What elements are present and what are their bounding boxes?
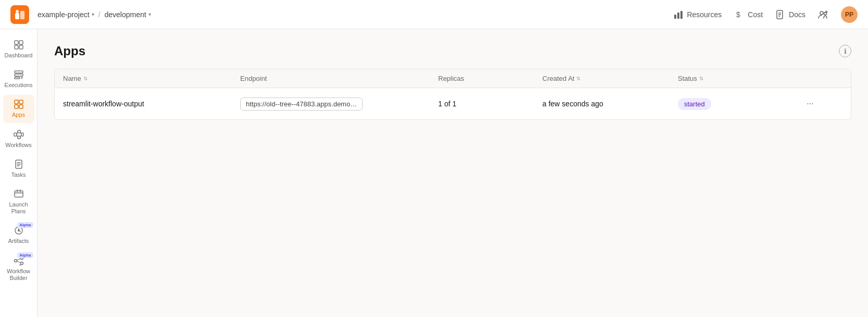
svg-rect-38 <box>15 191 23 197</box>
project-name: example-project <box>38 10 90 19</box>
sidebar-item-artifacts[interactable]: Alpha Artifacts <box>3 221 34 249</box>
page-header: Apps ℹ <box>54 44 851 58</box>
row-actions-button[interactable]: ··· <box>803 96 817 111</box>
svg-point-44 <box>14 259 17 262</box>
sidebar-item-executions[interactable]: Executions <box>3 65 34 93</box>
sidebar-item-dashboard[interactable]: Dashboard <box>3 35 34 63</box>
resources-label: Resources <box>687 10 722 19</box>
svg-rect-18 <box>19 45 23 49</box>
col-status-sort-icon[interactable]: ⇅ <box>699 76 703 81</box>
col-endpoint: Endpoint <box>240 75 438 82</box>
sidebar-item-apps[interactable]: Apps <box>3 95 34 123</box>
tasks-label: Tasks <box>11 172 26 178</box>
top-navigation: example-project ▾ / development ▾ Resour… <box>0 0 868 29</box>
workflow-builder-label: Workflow Builder <box>5 268 32 282</box>
sidebar-item-workflow-builder[interactable]: Alpha Workflow Builder <box>3 251 34 286</box>
manage-users-icon <box>818 9 828 20</box>
svg-rect-15 <box>15 41 18 44</box>
svg-rect-26 <box>14 133 17 136</box>
endpoint-pill[interactable]: https://old--tree--47883.apps.demo… <box>240 97 363 111</box>
cost-link[interactable]: $ Cost <box>734 9 763 20</box>
app-replicas: 1 of 1 <box>438 100 542 108</box>
col-created-at-label: Created At <box>542 75 574 82</box>
svg-rect-21 <box>15 77 20 79</box>
table-row: streamlit-workflow-output https://old--t… <box>55 88 851 119</box>
dashboard-label: Dashboard <box>5 52 33 59</box>
dollar-icon: $ <box>734 9 745 20</box>
user-avatar[interactable]: PP <box>841 6 858 23</box>
svg-rect-17 <box>15 45 18 49</box>
svg-rect-3 <box>674 15 676 19</box>
svg-rect-23 <box>19 100 23 104</box>
app-name[interactable]: streamlit-workflow-output <box>63 100 240 108</box>
svg-point-11 <box>820 11 823 15</box>
info-button[interactable]: ℹ <box>839 45 851 57</box>
svg-rect-4 <box>677 13 679 19</box>
col-created-at-sort-icon[interactable]: ⇅ <box>576 76 580 81</box>
workflow-builder-alpha-badge: Alpha <box>17 252 33 258</box>
svg-rect-28 <box>18 136 20 139</box>
svg-rect-27 <box>18 130 20 133</box>
col-replicas-label: Replicas <box>438 75 464 82</box>
body-layout: Dashboard Executions Apps <box>0 29 868 317</box>
svg-line-47 <box>17 259 20 260</box>
svg-point-2 <box>16 10 19 13</box>
sidebar: Dashboard Executions Apps <box>0 29 38 317</box>
main-content: Apps ℹ Name ⇅ Endpoint Replicas Created … <box>38 29 868 317</box>
docs-link[interactable]: Docs <box>775 9 805 20</box>
launch-plans-label: Launch Plans <box>5 201 32 215</box>
col-replicas: Replicas <box>438 75 542 82</box>
col-status: Status ⇅ <box>678 75 803 82</box>
col-name-sort-icon[interactable]: ⇅ <box>83 76 88 81</box>
environment-selector[interactable]: development ▾ <box>105 10 151 19</box>
manage-users-button[interactable] <box>818 9 828 20</box>
svg-line-50 <box>20 264 21 265</box>
svg-rect-16 <box>19 41 23 44</box>
resources-link[interactable]: Resources <box>673 9 722 20</box>
sidebar-item-launch-plans[interactable]: Launch Plans <box>3 185 34 219</box>
svg-line-48 <box>17 261 20 263</box>
environment-chevron-icon: ▾ <box>148 11 151 17</box>
sidebar-item-workflows[interactable]: Workflows <box>3 125 34 153</box>
status-badge: started <box>678 98 711 110</box>
svg-rect-29 <box>21 133 23 136</box>
artifacts-alpha-badge: Alpha <box>17 222 33 228</box>
workflows-icon <box>14 129 24 140</box>
breadcrumb-separator: / <box>98 10 101 19</box>
svg-rect-24 <box>15 105 18 108</box>
artifacts-label: Artifacts <box>8 238 29 245</box>
page-title: Apps <box>54 44 85 58</box>
environment-name: development <box>105 10 146 19</box>
svg-rect-5 <box>680 11 683 19</box>
app-endpoint: https://old--tree--47883.apps.demo… <box>240 97 438 111</box>
executions-icon <box>14 69 24 80</box>
svg-rect-1 <box>20 11 24 19</box>
topnav-right: Resources $ Cost Docs <box>673 6 858 23</box>
cost-label: Cost <box>748 10 763 19</box>
apps-label: Apps <box>12 112 25 118</box>
docs-label: Docs <box>789 10 805 19</box>
col-name-label: Name <box>63 75 81 82</box>
svg-rect-25 <box>19 105 23 108</box>
docs-icon <box>775 9 786 20</box>
svg-text:$: $ <box>736 10 740 19</box>
svg-line-49 <box>19 264 20 265</box>
app-status: started <box>678 98 803 110</box>
apps-icon <box>14 99 24 109</box>
col-name: Name ⇅ <box>63 75 240 82</box>
workflows-label: Workflows <box>5 142 32 149</box>
col-created-at: Created At ⇅ <box>542 75 678 82</box>
project-selector[interactable]: example-project ▾ <box>38 10 94 19</box>
svg-rect-20 <box>15 74 23 76</box>
bar-chart-icon <box>673 9 684 20</box>
sidebar-item-tasks[interactable]: Tasks <box>3 155 34 182</box>
dashboard-icon <box>14 40 24 50</box>
col-endpoint-label: Endpoint <box>240 75 267 82</box>
tasks-icon <box>14 159 24 169</box>
breadcrumb: example-project ▾ / development ▾ <box>38 10 151 19</box>
col-actions <box>803 75 834 82</box>
apps-table: Name ⇅ Endpoint Replicas Created At ⇅ St… <box>54 69 851 120</box>
executions-label: Executions <box>5 82 33 89</box>
app-created-at: a few seconds ago <box>542 100 678 108</box>
brand-logo[interactable] <box>10 5 29 24</box>
